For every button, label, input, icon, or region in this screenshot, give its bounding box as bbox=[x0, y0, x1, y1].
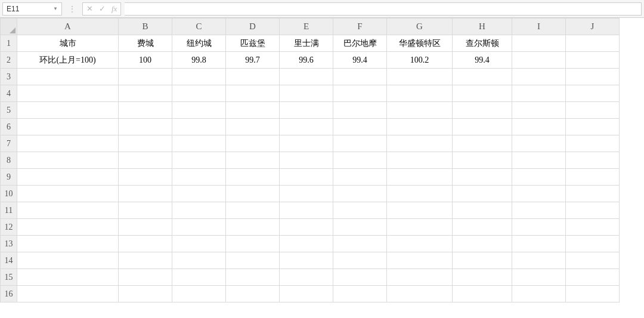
row-header-16[interactable]: 16 bbox=[1, 286, 17, 302]
cell-B7[interactable] bbox=[119, 135, 172, 152]
cell-D16[interactable] bbox=[226, 286, 280, 302]
cell-C7[interactable] bbox=[172, 135, 226, 152]
column-header-D[interactable]: D bbox=[226, 18, 280, 35]
cell-B4[interactable] bbox=[119, 85, 172, 102]
cell-E13[interactable] bbox=[280, 236, 333, 252]
cell-G6[interactable] bbox=[387, 119, 453, 135]
column-header-J[interactable]: J bbox=[566, 18, 620, 35]
cell-D9[interactable] bbox=[226, 169, 280, 186]
cell-C6[interactable] bbox=[172, 119, 226, 135]
cell-F2[interactable]: 99.4 bbox=[333, 52, 387, 69]
cell-C4[interactable] bbox=[172, 85, 226, 102]
cell-I12[interactable] bbox=[512, 219, 566, 236]
cell-B6[interactable] bbox=[119, 119, 172, 135]
cell-F8[interactable] bbox=[333, 152, 387, 169]
cell-F6[interactable] bbox=[333, 119, 387, 135]
cell-F15[interactable] bbox=[333, 269, 387, 286]
cell-C16[interactable] bbox=[172, 286, 226, 302]
cell-C5[interactable] bbox=[172, 102, 226, 119]
cell-I4[interactable] bbox=[512, 85, 566, 102]
cell-H2[interactable]: 99.4 bbox=[453, 52, 512, 69]
cell-G15[interactable] bbox=[387, 269, 453, 286]
cell-I7[interactable] bbox=[512, 135, 566, 152]
cell-D3[interactable] bbox=[226, 69, 280, 85]
cell-E10[interactable] bbox=[280, 186, 333, 202]
row-header-15[interactable]: 15 bbox=[1, 269, 17, 286]
cell-C2[interactable]: 99.8 bbox=[172, 52, 226, 69]
cell-E2[interactable]: 99.6 bbox=[280, 52, 333, 69]
cell-A13[interactable] bbox=[17, 236, 119, 252]
fx-label[interactable]: fx bbox=[112, 4, 117, 14]
row-header-8[interactable]: 8 bbox=[1, 152, 17, 169]
cell-F7[interactable] bbox=[333, 135, 387, 152]
cell-H14[interactable] bbox=[453, 252, 512, 269]
cell-E1[interactable]: 里士满 bbox=[280, 35, 333, 52]
cell-H13[interactable] bbox=[453, 236, 512, 252]
cell-A15[interactable] bbox=[17, 269, 119, 286]
cell-H6[interactable] bbox=[453, 119, 512, 135]
cell-B16[interactable] bbox=[119, 286, 172, 302]
cell-E12[interactable] bbox=[280, 219, 333, 236]
cell-H7[interactable] bbox=[453, 135, 512, 152]
cell-B14[interactable] bbox=[119, 252, 172, 269]
cell-A9[interactable] bbox=[17, 169, 119, 186]
cell-B5[interactable] bbox=[119, 102, 172, 119]
cell-J14[interactable] bbox=[566, 252, 620, 269]
cell-F13[interactable] bbox=[333, 236, 387, 252]
cell-J4[interactable] bbox=[566, 85, 620, 102]
cell-G12[interactable] bbox=[387, 219, 453, 236]
cell-J8[interactable] bbox=[566, 152, 620, 169]
cancel-icon[interactable]: ✕ bbox=[86, 4, 93, 13]
cell-J16[interactable] bbox=[566, 286, 620, 302]
cell-I5[interactable] bbox=[512, 102, 566, 119]
cell-C9[interactable] bbox=[172, 169, 226, 186]
cell-A2[interactable]: 环比(上月=100) bbox=[17, 52, 119, 69]
cell-A8[interactable] bbox=[17, 152, 119, 169]
cell-H12[interactable] bbox=[453, 219, 512, 236]
cell-H1[interactable]: 查尔斯顿 bbox=[453, 35, 512, 52]
name-box[interactable]: E11 ▼ bbox=[2, 2, 62, 16]
cell-J3[interactable] bbox=[566, 69, 620, 85]
cell-D6[interactable] bbox=[226, 119, 280, 135]
cell-A5[interactable] bbox=[17, 102, 119, 119]
cell-E16[interactable] bbox=[280, 286, 333, 302]
cell-B2[interactable]: 100 bbox=[119, 52, 172, 69]
cell-J11[interactable] bbox=[566, 202, 620, 219]
cell-I10[interactable] bbox=[512, 186, 566, 202]
cell-J1[interactable] bbox=[566, 35, 620, 52]
formula-input[interactable] bbox=[125, 2, 642, 16]
column-header-E[interactable]: E bbox=[280, 18, 333, 35]
cell-H9[interactable] bbox=[453, 169, 512, 186]
cell-G10[interactable] bbox=[387, 186, 453, 202]
cell-D14[interactable] bbox=[226, 252, 280, 269]
row-header-9[interactable]: 9 bbox=[1, 169, 17, 186]
cell-F11[interactable] bbox=[333, 202, 387, 219]
cell-D11[interactable] bbox=[226, 202, 280, 219]
cell-G14[interactable] bbox=[387, 252, 453, 269]
row-header-13[interactable]: 13 bbox=[1, 236, 17, 252]
cell-C12[interactable] bbox=[172, 219, 226, 236]
row-header-4[interactable]: 4 bbox=[1, 85, 17, 102]
cell-G3[interactable] bbox=[387, 69, 453, 85]
cell-G8[interactable] bbox=[387, 152, 453, 169]
cell-E6[interactable] bbox=[280, 119, 333, 135]
cell-A1[interactable]: 城市 bbox=[17, 35, 119, 52]
row-header-3[interactable]: 3 bbox=[1, 69, 17, 85]
cell-J5[interactable] bbox=[566, 102, 620, 119]
cell-B13[interactable] bbox=[119, 236, 172, 252]
cell-I15[interactable] bbox=[512, 269, 566, 286]
cell-A11[interactable] bbox=[17, 202, 119, 219]
column-header-C[interactable]: C bbox=[172, 18, 226, 35]
cell-I9[interactable] bbox=[512, 169, 566, 186]
cell-F5[interactable] bbox=[333, 102, 387, 119]
cell-F14[interactable] bbox=[333, 252, 387, 269]
cell-J7[interactable] bbox=[566, 135, 620, 152]
cell-D15[interactable] bbox=[226, 269, 280, 286]
row-header-11[interactable]: 11 bbox=[1, 202, 17, 219]
cell-G4[interactable] bbox=[387, 85, 453, 102]
cell-B15[interactable] bbox=[119, 269, 172, 286]
cell-E4[interactable] bbox=[280, 85, 333, 102]
cell-H10[interactable] bbox=[453, 186, 512, 202]
cell-D8[interactable] bbox=[226, 152, 280, 169]
cell-F16[interactable] bbox=[333, 286, 387, 302]
